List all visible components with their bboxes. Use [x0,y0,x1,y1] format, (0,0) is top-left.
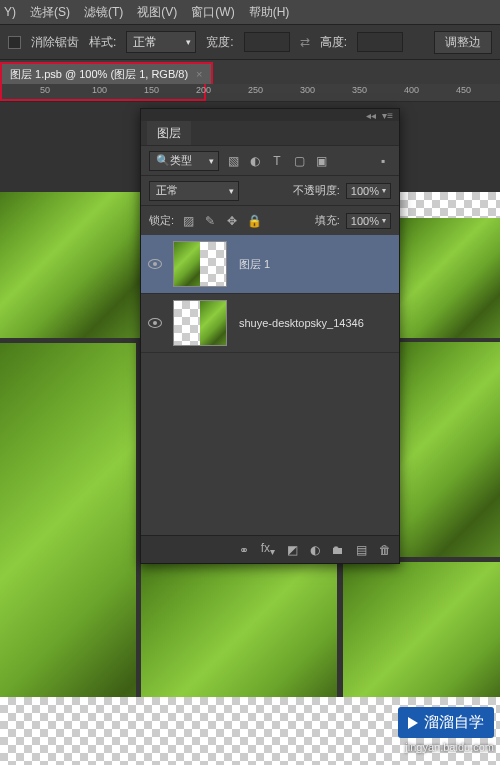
layer-row[interactable]: 图层 1 [141,235,399,294]
adjustment-layer-icon[interactable]: ◐ [310,543,320,557]
ruler-horizontal[interactable]: 50 100 150 200 250 300 350 400 450 [0,84,500,102]
blend-row: 正常 不透明度: 100% [141,175,399,205]
layer-name[interactable]: 图层 1 [239,257,270,272]
width-label: 宽度: [206,34,233,51]
ruler-tick: 150 [144,85,159,95]
filter-toggle-icon[interactable]: ▪ [375,153,391,169]
ruler-tick: 400 [404,85,419,95]
opacity-input[interactable]: 100% [346,183,391,199]
visibility-icon[interactable] [148,318,162,328]
document-tab[interactable]: 图层 1.psb @ 100% (图层 1, RGB/8) × [0,62,213,84]
adjust-edge-button[interactable]: 调整边 [434,31,492,54]
menu-bar: Y) 选择(S) 滤镜(T) 视图(V) 窗口(W) 帮助(H) [0,0,500,24]
layer-thumbnail[interactable] [173,241,227,287]
new-layer-icon[interactable]: ▤ [356,543,367,557]
group-icon[interactable]: 🖿 [332,543,344,557]
ruler-tick: 300 [300,85,315,95]
ruler-tick: 450 [456,85,471,95]
filter-dropdown[interactable]: 🔍 类型 [149,151,219,171]
link-layers-icon[interactable]: ⚭ [239,543,249,557]
panel-menu-icon[interactable]: ▾≡ [382,110,393,121]
menu-item[interactable]: 窗口(W) [191,4,234,21]
height-label: 高度: [320,34,347,51]
height-input[interactable] [357,32,403,52]
menu-item[interactable]: 视图(V) [137,4,177,21]
lock-row: 锁定: ▨ ✎ ✥ 🔒 填充: 100% [141,205,399,235]
lock-transparent-icon[interactable]: ▨ [180,213,196,229]
style-dropdown[interactable]: 正常 [126,31,196,53]
fx-icon[interactable]: fx▾ [261,541,275,557]
options-bar: 消除锯齿 样式: 正常 宽度: ⇄ 高度: 调整边 [0,24,500,60]
layer-name[interactable]: shuye-desktopsky_14346 [239,317,364,329]
lock-paint-icon[interactable]: ✎ [202,213,218,229]
lock-label: 锁定: [149,213,174,228]
menu-item[interactable]: Y) [4,5,16,19]
panel-topbar: ◂◂ ▾≡ [141,109,399,121]
antialias-label: 消除锯齿 [31,34,79,51]
fill-label: 填充: [315,213,340,228]
menu-item[interactable]: 选择(S) [30,4,70,21]
layers-list: 图层 1 shuye-desktopsky_14346 [141,235,399,535]
antialias-checkbox[interactable] [8,36,21,49]
mask-icon[interactable]: ◩ [287,543,298,557]
layer-thumbnail[interactable] [173,300,227,346]
style-label: 样式: [89,34,116,51]
watermark-badge: 溜溜自学 [398,707,494,738]
width-input[interactable] [244,32,290,52]
lock-all-icon[interactable]: 🔒 [246,213,262,229]
watermark-brand: 溜溜自学 [424,713,484,732]
delete-layer-icon[interactable]: 🗑 [379,543,391,557]
ruler-tick: 100 [92,85,107,95]
play-icon [408,717,418,729]
swap-icon[interactable]: ⇄ [300,35,310,49]
layers-tab[interactable]: 图层 [147,121,191,146]
ruler-tick: 200 [196,85,211,95]
fill-input[interactable]: 100% [346,213,391,229]
blend-mode-dropdown[interactable]: 正常 [149,181,239,201]
filter-row: 🔍 类型 ▧ ◐ T ▢ ▣ ▪ [141,145,399,175]
ruler-tick: 350 [352,85,367,95]
image-content [400,218,500,338]
menu-item[interactable]: 滤镜(T) [84,4,123,21]
panel-footer: ⚭ fx▾ ◩ ◐ 🖿 ▤ 🗑 [141,535,399,563]
panel-tabs: 图层 [141,121,399,145]
document-tab-label: 图层 1.psb @ 100% (图层 1, RGB/8) [10,67,188,82]
image-content [400,342,500,557]
layer-row[interactable]: shuye-desktopsky_14346 [141,294,399,353]
transparent-area [400,192,500,218]
watermark: 溜溜自学 jingyan.baidu.com [398,707,494,753]
filter-smart-icon[interactable]: ▣ [313,153,329,169]
filter-adjust-icon[interactable]: ◐ [247,153,263,169]
layers-panel: ◂◂ ▾≡ 图层 🔍 类型 ▧ ◐ T ▢ ▣ ▪ 正常 不透明度: 100% … [140,108,400,564]
lock-position-icon[interactable]: ✥ [224,213,240,229]
filter-type-icon[interactable]: T [269,153,285,169]
watermark-url: jingyan.baidu.com [405,741,494,753]
ruler-tick: 250 [248,85,263,95]
filter-pixel-icon[interactable]: ▧ [225,153,241,169]
opacity-label: 不透明度: [293,183,340,198]
menu-item[interactable]: 帮助(H) [249,4,290,21]
image-content [0,192,140,338]
ruler-tick: 50 [40,85,50,95]
collapse-icon[interactable]: ◂◂ [366,110,376,121]
visibility-icon[interactable] [148,259,162,269]
filter-shape-icon[interactable]: ▢ [291,153,307,169]
document-tab-bar: 图层 1.psb @ 100% (图层 1, RGB/8) × [0,60,500,84]
close-icon[interactable]: × [196,68,202,80]
